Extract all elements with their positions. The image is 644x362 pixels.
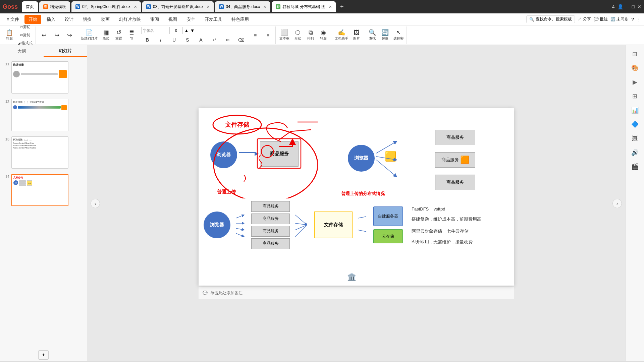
fastdfs-label: FastDFS vsftpd — [412, 206, 481, 212]
align-center-btn[interactable]: ≡ — [262, 32, 274, 39]
slide-canvas[interactable]: 浏览器 ▶ 商品服务 普通上传 文件存储 — [199, 108, 514, 286]
redo-btn[interactable]: ↪ — [51, 31, 63, 39]
slide-item-11[interactable]: 11 统计流量 — [3, 60, 84, 95]
rp-video-btn[interactable]: 🎬 — [629, 161, 641, 173]
svg-line-20 — [358, 230, 366, 232]
ribbon-tab-animation[interactable]: 动画 — [97, 15, 114, 24]
tab-product-label: 04、商品服务.docx — [226, 4, 260, 10]
ribbon-tab-view[interactable]: 视图 — [164, 15, 181, 24]
layout-btn[interactable]: ▦ 版式 — [100, 28, 112, 42]
ribbon-toolbar: 📋 粘贴 ✂ 剪切 ⧉ 复制 🖌 格式式 ↩ ↪ ↪ — [0, 25, 644, 45]
rp-sidebar-btn[interactable]: ⊟ — [629, 48, 641, 60]
sync-btn[interactable]: 🔄 未同步 — [610, 16, 629, 22]
section-icon: ≣ — [129, 29, 134, 36]
nav-right-btn[interactable]: › — [612, 199, 622, 208]
share-btn[interactable]: ↗ 分享 — [578, 16, 591, 22]
tab-frontend-close[interactable]: ✕ — [207, 5, 210, 9]
svg-line-14 — [236, 233, 244, 237]
ribbon-tab-special[interactable]: 特色应用 — [227, 15, 253, 24]
bold-btn[interactable]: B — [141, 36, 153, 44]
ribbon-tab-file[interactable]: ≡ 文件 — [3, 15, 23, 24]
minimize-btn[interactable]: ─ — [626, 4, 629, 9]
tab-gulimall-close[interactable]: ✕ — [329, 5, 332, 9]
outline3d-btn[interactable]: ◉ 轮廓 — [317, 28, 329, 42]
copy-btn[interactable]: ⧉ 复制 — [16, 32, 34, 39]
font-size-up-icon[interactable]: ▲ — [184, 28, 189, 33]
nav-left-btn[interactable]: ‹ — [91, 199, 100, 208]
tab-springcloud-close[interactable]: ✕ — [134, 5, 137, 9]
tab-template[interactable]: 稻 稻壳模板 — [39, 1, 70, 12]
rp-audio-btn[interactable]: 🔊 — [629, 146, 641, 159]
add-slide-btn[interactable]: + — [38, 350, 49, 360]
rp-smartart-btn[interactable]: 🔷 — [629, 118, 641, 130]
strikethrough-btn[interactable]: S — [181, 36, 194, 44]
paste-btn[interactable]: 📋 粘贴 — [3, 28, 15, 42]
right-panel: ⊟ 🎨 ▶ ⊞ 📊 🔷 🖼 🔊 🎬 — [625, 45, 644, 361]
comment-btn[interactable]: 💬 批注 — [594, 16, 608, 22]
maximize-btn[interactable]: □ — [632, 4, 635, 9]
font-size-input[interactable] — [169, 27, 183, 34]
find-btn[interactable]: 🔍 查找 — [366, 28, 378, 42]
tab-frontend[interactable]: W 03、前端开发基础知识.docx ✕ — [142, 1, 214, 12]
panel-tab-slides[interactable]: 幻灯片 — [44, 45, 87, 57]
undo-btn[interactable]: ↩ — [38, 31, 50, 39]
reset-btn[interactable]: ↺ 重置 — [113, 28, 125, 42]
rp-animation-btn[interactable]: ▶ — [629, 76, 641, 88]
italic-btn[interactable]: I — [155, 36, 167, 44]
aliyun-desc: 即开即用，无需维护，按量收费 — [412, 239, 481, 245]
slide-item-14[interactable]: 14 文件存储 浏 存储 — [3, 173, 84, 207]
ribbon-tab-slideshow[interactable]: 幻灯片放映 — [115, 15, 145, 24]
font-size-down-icon[interactable]: ▼ — [190, 28, 195, 33]
ribbon-tab-design[interactable]: 设计 — [61, 15, 77, 24]
subscript-btn[interactable]: x₂ — [222, 37, 234, 43]
clear-format-btn[interactable]: ⌫ — [235, 36, 247, 44]
textbox-btn[interactable]: ⬜ 文本框 — [278, 28, 291, 42]
ribbon-tab-insert[interactable]: 插入 — [43, 15, 59, 24]
rp-themes-btn[interactable]: 🎨 — [629, 62, 641, 74]
section-btn[interactable]: ≣ 节 — [125, 28, 138, 42]
writing-assistant-btn[interactable]: ✍ 文档助手 — [333, 28, 350, 42]
font-name-input[interactable] — [141, 27, 168, 34]
ribbon-tab-developer[interactable]: 开发工具 — [201, 15, 226, 24]
section-label: 节 — [130, 36, 133, 41]
ribbon-tab-review[interactable]: 审阅 — [146, 15, 163, 24]
help-btn[interactable]: ? — [631, 17, 634, 22]
tab-product[interactable]: W 04、商品服务.docx ✕ — [215, 1, 270, 12]
replace-btn[interactable]: 🔄 替换 — [379, 28, 391, 42]
comment-bar[interactable]: 💬 单击此处添加备注 — [199, 287, 514, 299]
tab-gulimall[interactable]: 谷 谷粒商城-分布式基础-图 ✕ — [272, 1, 336, 12]
svg-line-17 — [295, 225, 307, 230]
font-color-btn[interactable]: A — [195, 36, 207, 44]
cut-btn[interactable]: ✂ 剪切 — [16, 23, 34, 31]
new-slide-btn[interactable]: 📄 新建幻灯片 — [79, 28, 99, 42]
rp-image-btn[interactable]: 🖼 — [629, 132, 641, 144]
close-btn[interactable]: ✕ — [637, 4, 641, 9]
ribbon-tab-home[interactable]: 开始 — [24, 15, 41, 24]
rp-chart-btn[interactable]: 📊 — [629, 104, 641, 116]
search-commands[interactable]: 🔍查找命令、搜索模板 — [526, 15, 575, 23]
underline-btn[interactable]: U — [168, 36, 180, 44]
shape-btn[interactable]: ⬡ 形状 — [292, 28, 304, 42]
new-tab-button[interactable]: + — [337, 2, 346, 11]
panel-tab-outline[interactable]: 大纲 — [0, 45, 44, 57]
layout-icon: ▦ — [103, 29, 109, 36]
slide-group: 📄 新建幻灯片 ▦ 版式 ↺ 重置 ≣ 节 — [78, 26, 139, 44]
select-btn[interactable]: ↖ 选择密 — [392, 28, 405, 42]
storage-to-info-arrow — [358, 212, 368, 238]
slide-item-13[interactable]: 13 解决措施（二）... Access-Control-Allow-Origi… — [3, 135, 84, 170]
slide-item-12[interactable]: 12 解决措施（一）使用#4/7/配置 — [3, 98, 84, 132]
rp-table-btn[interactable]: ⊞ — [629, 90, 641, 102]
more-btn[interactable]: ⋮ — [637, 17, 641, 22]
ribbon-tab-transition[interactable]: 切换 — [79, 15, 96, 24]
tab-springcloud[interactable]: W 02、SpringCloud组件.docx ✕ — [71, 1, 141, 12]
align-left-btn[interactable]: ≡ — [249, 32, 261, 39]
tab-home[interactable]: 首页 — [22, 1, 38, 12]
tab-product-close[interactable]: ✕ — [263, 5, 266, 9]
image-btn[interactable]: 🖼 图片 — [351, 28, 363, 42]
superscript-btn[interactable]: x² — [208, 37, 220, 43]
redo2-btn[interactable]: ↪ — [63, 31, 75, 39]
user-avatar[interactable]: 👤 — [618, 4, 623, 9]
aliyun-label: 阿里云对象存储 七牛云存储 — [412, 228, 481, 234]
arrange-btn[interactable]: ⧉ 排列 — [305, 28, 317, 42]
ribbon-tab-security[interactable]: 安全 — [182, 15, 199, 24]
